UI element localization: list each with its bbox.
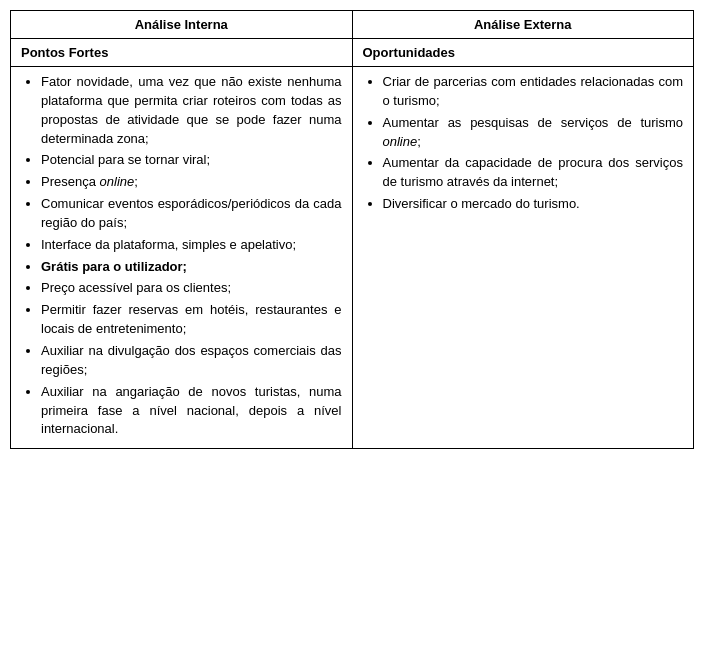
- strength-item: Auxiliar na divulgação dos espaços comer…: [41, 342, 342, 380]
- strength-item: Fator novidade, uma vez que não existe n…: [41, 73, 342, 148]
- strength-item: Comunicar eventos esporádicos/periódicos…: [41, 195, 342, 233]
- strengths-header: Pontos Fortes: [11, 39, 353, 67]
- strength-item: Preço acessível para os clientes;: [41, 279, 342, 298]
- strength-item: Interface da plataforma, simples e apela…: [41, 236, 342, 255]
- opportunity-item: Diversificar o mercado do turismo.: [383, 195, 684, 214]
- strengths-list: Fator novidade, uma vez que não existe n…: [21, 73, 342, 439]
- strength-item: Presença online;: [41, 173, 342, 192]
- opportunities-header: Oportunidades: [352, 39, 694, 67]
- opportunity-item: Aumentar da capacidade de procura dos se…: [383, 154, 684, 192]
- strength-item: Grátis para o utilizador;: [41, 258, 342, 277]
- opportunities-list: Criar de parcerias com entidades relacio…: [363, 73, 684, 214]
- opportunities-cell: Criar de parcerias com entidades relacio…: [352, 67, 694, 449]
- opportunity-item: Criar de parcerias com entidades relacio…: [383, 73, 684, 111]
- internal-header: Análise Interna: [11, 11, 353, 39]
- strength-item: Potencial para se tornar viral;: [41, 151, 342, 170]
- external-header: Análise Externa: [352, 11, 694, 39]
- strength-item: Permitir fazer reservas em hotéis, resta…: [41, 301, 342, 339]
- strength-item: Auxiliar na angariação de novos turistas…: [41, 383, 342, 440]
- strengths-cell: Fator novidade, uma vez que não existe n…: [11, 67, 353, 449]
- opportunity-item: Aumentar as pesquisas de serviços de tur…: [383, 114, 684, 152]
- swot-table: Análise Interna Análise Externa Pontos F…: [10, 10, 694, 449]
